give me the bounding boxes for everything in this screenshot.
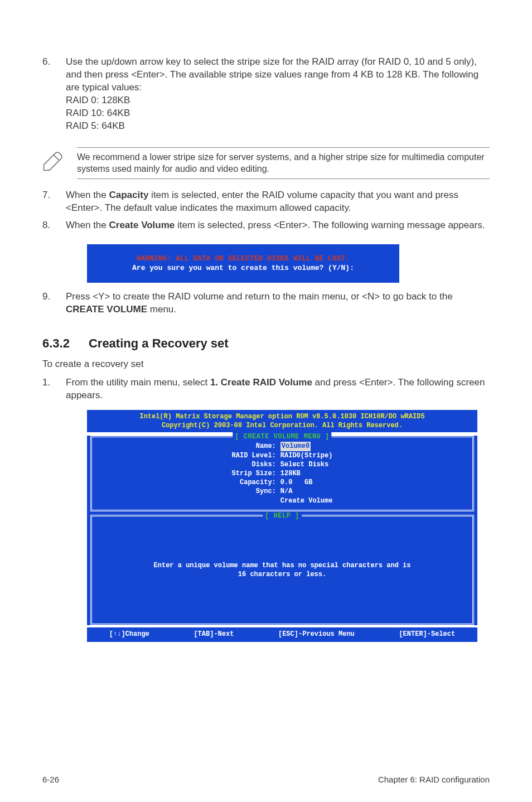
page-number: 6-26 (42, 774, 59, 785)
label-strip-size: Strip Size: (232, 469, 276, 478)
create-volume-menu: [ CREATE VOLUME MENU ] Name: RAID Level:… (90, 436, 474, 511)
bios-header: Intel(R) Matrix Storage Manager option R… (87, 410, 477, 432)
help-panel: [ HELP ] Enter a unique volume name that… (90, 515, 474, 625)
help-line1: Enter a unique volume name that has no s… (154, 561, 411, 570)
help-line2: 16 characters or less. (238, 570, 326, 579)
list-item-8: 8. When the Create Volume item is select… (42, 219, 490, 232)
step6-raid5: RAID 5: 64KB (66, 120, 125, 131)
step7-bold: Capacity (109, 190, 149, 200)
label-capacity: Capacity: (232, 478, 276, 487)
list-number: 9. (42, 291, 66, 316)
note-block: We recommend a lower stripe size for ser… (42, 147, 490, 179)
list-item-1: 1. From the utility main menu, select 1.… (42, 376, 490, 402)
field-labels: Name: RAID Level: Disks: Strip Size: Cap… (232, 442, 279, 505)
help-panel-title: [ HELP ] (263, 511, 302, 520)
list-body: When the Capacity item is selected, ente… (66, 189, 490, 215)
step8-post: item is selected, press <Enter>. The fol… (175, 220, 485, 230)
step8-pre: When the (66, 220, 109, 230)
step9-pre: Press <Y> to create the RAID volume and … (66, 291, 453, 302)
key-hint-next: [TAB]-Next (194, 630, 234, 639)
list-number: 1. (42, 376, 66, 402)
value-create-volume: Create Volume (280, 496, 333, 505)
key-hint-prev: [ESC]-Previous Menu (278, 630, 355, 639)
create-volume-grid: Name: RAID Level: Disks: Strip Size: Cap… (98, 442, 467, 505)
heading-number: 6.3.2 (42, 335, 70, 352)
document-page: 6. Use the up/down arrow key to select t… (0, 0, 532, 802)
value-sync: N/A (280, 487, 333, 496)
label-sync: Sync: (232, 487, 276, 496)
label-raid-level: RAID Level: (232, 451, 276, 460)
step7-pre: When the (66, 190, 109, 200)
note-text: We recommend a lower stripe size for ser… (77, 147, 490, 179)
pencil-note-icon (42, 147, 77, 176)
step1-pre: From the utility main menu, select (66, 377, 210, 388)
warning-line-1: WARNING: ALL DATA ON SELECTED DISKS WILL… (99, 254, 388, 264)
list-body: When the Create Volume item is selected,… (66, 219, 490, 232)
list-item-6: 6. Use the up/down arrow key to select t… (42, 56, 490, 133)
bios-screenshot: Intel(R) Matrix Storage Manager option R… (87, 410, 477, 642)
value-name-selected: Volume0 (280, 442, 311, 451)
key-hint-select: [ENTER]-Select (399, 630, 455, 639)
list-number: 8. (42, 219, 66, 232)
value-capacity: 0.0 GB (280, 478, 333, 487)
help-content: Enter a unique volume name that has no s… (98, 521, 467, 619)
list-number: 6. (42, 56, 66, 133)
step6-text: Use the up/down arrow key to select the … (66, 56, 478, 93)
step8-bold: Create Volume (109, 220, 175, 230)
list-number: 7. (42, 189, 66, 215)
value-strip-size: 128KB (280, 469, 333, 478)
label-disks: Disks: (232, 460, 276, 469)
step9-post: menu. (147, 304, 176, 315)
step1-bold: 1. Create RAID Volume (210, 377, 312, 388)
bios-header-line1: Intel(R) Matrix Storage Manager option R… (90, 412, 474, 421)
value-disks: Select Disks (280, 460, 333, 469)
bios-header-line2: Copyright(C) 2003-08 Intel Corporation. … (90, 421, 474, 430)
heading-title: Creating a Recovery set (89, 335, 229, 352)
chapter-title: Chapter 6: RAID configuration (378, 774, 490, 785)
section-heading: 6.3.2 Creating a Recovery set (42, 335, 490, 352)
create-volume-menu-title: [ CREATE VOLUME MENU ] (233, 432, 331, 441)
list-body: From the utility main menu, select 1. Cr… (66, 376, 490, 402)
step6-raid10: RAID 10: 64KB (66, 108, 130, 118)
bios-body: [ CREATE VOLUME MENU ] Name: RAID Level:… (87, 436, 477, 625)
step6-raid0: RAID 0: 128KB (66, 95, 130, 105)
list-body: Press <Y> to create the RAID volume and … (66, 291, 490, 316)
warning-line-2: Are you sure you want to create this vol… (99, 263, 388, 273)
page-footer: 6-26 Chapter 6: RAID configuration (42, 741, 490, 785)
intro-text: To create a recovery set (42, 358, 490, 371)
warning-terminal: WARNING: ALL DATA ON SELECTED DISKS WILL… (87, 244, 399, 283)
step9-bold: CREATE VOLUME (66, 304, 147, 315)
list-body: Use the up/down arrow key to select the … (66, 56, 490, 133)
value-raid-level: RAID0(Stripe) (280, 451, 333, 460)
field-values: Volume0 RAID0(Stripe) Select Disks 128KB… (279, 442, 333, 505)
label-name: Name: (232, 442, 276, 451)
list-item-7: 7. When the Capacity item is selected, e… (42, 189, 490, 215)
list-item-9: 9. Press <Y> to create the RAID volume a… (42, 291, 490, 316)
bios-footer-keys: [↑↓]Change [TAB]-Next [ESC]-Previous Men… (87, 627, 477, 642)
key-hint-change: [↑↓]Change (109, 630, 149, 639)
